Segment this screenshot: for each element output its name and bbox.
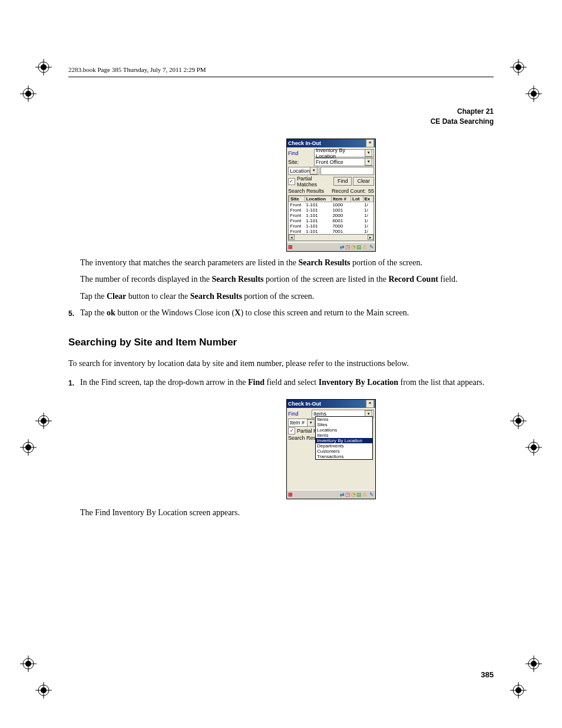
- grid-header-row: Site Location Item # Lot Ex: [289, 196, 373, 202]
- registration-mark: [510, 682, 527, 699]
- col-ex[interactable]: Ex: [363, 196, 373, 202]
- chapter-number: Chapter 21: [68, 107, 494, 117]
- chapter-title: CE Data Searching: [68, 117, 494, 127]
- col-site[interactable]: Site: [289, 196, 305, 202]
- registration-mark: [35, 59, 52, 75]
- taskbar: ⊞ ⇄◳◔▤⚠ ✎: [287, 490, 375, 499]
- step-5: 5. Tap the ok button or the Windows Clos…: [68, 308, 494, 318]
- dropdown-option[interactable]: Customers: [316, 449, 372, 454]
- col-location[interactable]: Location: [305, 196, 331, 202]
- window-title: Check In-Out: [288, 401, 321, 407]
- close-icon[interactable]: ×: [366, 400, 374, 408]
- record-count-label: Record Count:: [332, 188, 366, 194]
- results-grid[interactable]: Site Location Item # Lot Ex Front1-10110…: [288, 195, 374, 241]
- screenshot-inventory-results: Check In-Out × Find Inventory By Locatio…: [286, 139, 376, 252]
- chevron-down-icon[interactable]: ▾: [365, 158, 372, 166]
- col-item[interactable]: Item #: [331, 196, 351, 202]
- registration-mark: [525, 655, 542, 672]
- table-row[interactable]: Front1-10120001/: [289, 213, 373, 218]
- partial-matches-label: Partial Matches: [297, 176, 333, 187]
- window-title: Check In-Out: [288, 140, 321, 146]
- intro-paragraph: To search for inventory by location data…: [68, 358, 494, 370]
- site-value: Front Office: [316, 159, 343, 165]
- partial-matches-checkbox[interactable]: ✓: [288, 427, 295, 434]
- chevron-down-icon[interactable]: ▾: [365, 149, 372, 157]
- dropdown-option[interactable]: Transactions: [316, 454, 372, 459]
- find-dropdown[interactable]: Inventory By Location ▾: [314, 149, 374, 157]
- system-tray: ⇄◳◔▤⚠ ✎: [339, 244, 374, 250]
- site-label: Site:: [288, 159, 314, 165]
- registration-mark: [525, 439, 542, 456]
- registration-mark: [510, 413, 527, 429]
- step-number: 1.: [68, 378, 80, 387]
- location-dropdown[interactable]: Location ▾: [288, 167, 319, 175]
- start-icon[interactable]: ⊞: [288, 492, 293, 498]
- chapter-header: Chapter 21 CE Data Searching: [68, 107, 494, 127]
- site-dropdown[interactable]: Front Office ▾: [314, 158, 374, 166]
- table-row[interactable]: Front1-10170011/: [289, 229, 373, 234]
- dropdown-option[interactable]: Items: [316, 433, 372, 438]
- table-row[interactable]: Front1-10110011/: [289, 207, 373, 213]
- body-paragraphs: The inventory that matches the search pa…: [80, 258, 494, 303]
- table-row[interactable]: Front1-10170001/: [289, 223, 373, 229]
- table-row[interactable]: Front1-10160011/: [289, 218, 373, 223]
- registration-mark: [20, 439, 37, 456]
- dropdown-option[interactable]: Locations: [316, 427, 372, 433]
- find-label: Find: [288, 150, 314, 156]
- find-button[interactable]: Find: [333, 177, 352, 186]
- start-icon[interactable]: ⊞: [288, 244, 293, 250]
- search-results-label: Search Results: [288, 188, 324, 194]
- registration-mark: [510, 59, 527, 75]
- record-count-value: 55: [368, 188, 374, 194]
- page-number: 385: [481, 670, 494, 679]
- item-dropdown[interactable]: Item # ▾: [288, 419, 316, 427]
- registration-mark: [20, 655, 37, 672]
- running-header: 2283.book Page 385 Thursday, July 7, 201…: [68, 66, 494, 75]
- horizontal-scrollbar[interactable]: ◂▸: [289, 234, 373, 241]
- taskbar: ⊞ ⇄◳◔▤⚠ ✎: [287, 242, 375, 251]
- header-rule: [68, 77, 494, 77]
- system-tray: ⇄◳◔▤⚠ ✎: [339, 492, 374, 498]
- col-lot[interactable]: Lot: [351, 196, 363, 202]
- item-label: Item #: [290, 420, 305, 426]
- find-label: Find: [288, 411, 312, 417]
- dropdown-option[interactable]: Items: [316, 417, 372, 422]
- find-dropdown-list[interactable]: Items Sites Locations Items Inventory By…: [315, 416, 373, 460]
- location-input[interactable]: [320, 167, 374, 175]
- registration-mark: [35, 682, 52, 699]
- dropdown-option[interactable]: Sites: [316, 422, 372, 427]
- registration-mark: [525, 85, 542, 102]
- screenshot-find-dropdown: Check In-Out × Find Items ▾ Item # ▾: [286, 399, 376, 499]
- dropdown-option-selected[interactable]: Inventory By Location: [316, 438, 372, 443]
- partial-matches-checkbox[interactable]: ✓: [288, 178, 295, 185]
- table-row[interactable]: Front1-10110001/: [289, 202, 373, 207]
- section-heading: Searching by Site and Item Number: [68, 337, 494, 348]
- registration-mark: [35, 413, 52, 429]
- closing-paragraph: The Find Inventory By Location screen ap…: [80, 508, 494, 519]
- chevron-down-icon[interactable]: ▾: [307, 419, 315, 427]
- step-number: 5.: [68, 308, 80, 318]
- close-icon[interactable]: ×: [366, 139, 374, 147]
- chevron-down-icon[interactable]: ▾: [310, 167, 318, 174]
- dropdown-option[interactable]: Departments: [316, 443, 372, 449]
- step-1: 1. In the Find screen, tap the drop-down…: [68, 378, 494, 387]
- registration-mark: [20, 85, 37, 102]
- location-label: Location: [290, 168, 310, 174]
- clear-button[interactable]: Clear: [353, 177, 374, 186]
- find-value: Inventory By Location: [316, 147, 365, 159]
